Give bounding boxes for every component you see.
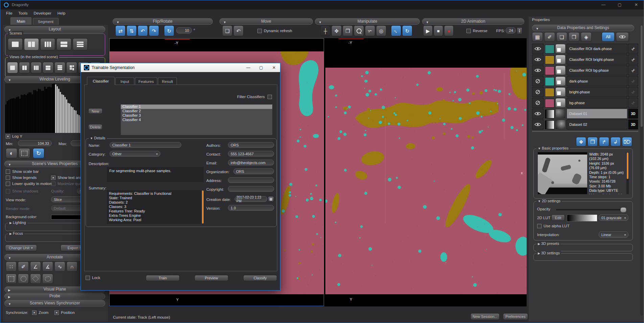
version-input[interactable]: 1.0 (228, 205, 274, 211)
move-slice-button[interactable]: ❏ (222, 25, 232, 36)
organization-input[interactable]: ORS (233, 168, 274, 174)
dialog-tab-classifier[interactable]: Classifier (87, 77, 115, 85)
render-3d-action[interactable]: 3D (628, 119, 638, 130)
lock-checkbox[interactable] (86, 276, 90, 280)
region-leveling-button[interactable] (19, 148, 30, 158)
edit-lut-button[interactable]: Edit (551, 214, 565, 221)
new-classifier-button[interactable]: New (88, 108, 102, 114)
address-input[interactable] (228, 177, 274, 183)
annotate-spline-button[interactable]: ∩ (67, 261, 77, 272)
email-input[interactable]: info@theobjects.com (228, 160, 274, 165)
segmented-image-right[interactable] (325, 68, 527, 294)
visibility-toggle[interactable] (532, 44, 544, 54)
tab-main[interactable]: Main (10, 17, 31, 25)
reset-leveling-button[interactable]: ↻ (33, 148, 44, 158)
new-mesh-button[interactable]: ◈ (581, 32, 592, 42)
show-text-annotations-checkbox[interactable]: ✕ (51, 176, 55, 180)
row-name-cell[interactable]: dark-phase (567, 76, 627, 86)
dialog-close-button[interactable]: ✕ (268, 63, 280, 72)
color-swatch[interactable] (545, 55, 554, 64)
min-input[interactable]: 104.33 (18, 140, 52, 146)
settings-3d-label[interactable]: ▶ 3D settings (536, 251, 561, 255)
auto-contrast-button[interactable]: ◐ (6, 148, 17, 158)
reverse-checkbox[interactable] (466, 29, 471, 33)
show-shadows-checkbox[interactable] (6, 189, 10, 193)
dialog-tab-result[interactable]: Result (158, 77, 177, 85)
render-3d-button[interactable]: ❖ (576, 137, 586, 146)
visibility-all-button[interactable] (616, 32, 629, 42)
visibility-toggle[interactable] (532, 76, 544, 86)
view-layout-three-row-button[interactable] (54, 62, 65, 73)
change-unit-button[interactable]: Change Unit ▼ (5, 245, 37, 251)
color-swatch[interactable] (545, 99, 554, 108)
annotate-ellipse-button[interactable] (18, 274, 29, 284)
contact-input[interactable]: 555 123-4567 (228, 151, 274, 157)
tab-segment[interactable]: Segment (33, 18, 59, 25)
fps-stepper[interactable]: ▲▼ (517, 27, 522, 34)
category-dropdown[interactable]: Other▾ (110, 151, 160, 157)
flip-rotate-header[interactable]: ▼Flip/Rotate (113, 18, 213, 25)
row-name-cell[interactable]: bright-phase (567, 87, 627, 97)
show-legends-checkbox[interactable] (6, 176, 10, 180)
settings-2d-label[interactable]: ▼ 2D settings (536, 199, 562, 203)
row-name-cell[interactable]: Dataset 01 (567, 109, 627, 119)
row-name-cell[interactable]: bg-phase (567, 98, 627, 108)
panel-scrollbar[interactable] (640, 25, 643, 316)
scissors-action[interactable]: ✂ (628, 87, 638, 97)
view-layout-single-button[interactable] (7, 62, 18, 73)
show-scale-bar-checkbox[interactable] (6, 169, 10, 174)
color-swatch[interactable] (545, 45, 554, 53)
preview-button[interactable]: Preview (194, 275, 228, 281)
menu-developer[interactable]: Developer (30, 11, 54, 15)
measure-tool-button[interactable]: ✐ (544, 32, 555, 42)
view-layout-two-row-button[interactable] (43, 62, 53, 73)
classify-button[interactable]: Classify (243, 275, 277, 281)
annotate-freeform-button[interactable] (42, 274, 53, 284)
scissors-action[interactable]: ✂ (628, 65, 638, 75)
focus-label[interactable]: ▶ Focus (8, 231, 24, 235)
lighting-label[interactable]: ▶ Lighting (8, 221, 27, 225)
view-layout-quad-button[interactable] (66, 62, 77, 73)
classifier-list-item[interactable]: Classifier 4 (121, 118, 272, 122)
visibility-toggle[interactable] (532, 54, 544, 65)
train-button[interactable]: Train (146, 275, 180, 281)
rotate-by-angle-button[interactable]: ↻ (164, 25, 174, 36)
classifier-list[interactable]: Classifier 1 Classifier 2 Classifier 3 C… (121, 105, 272, 135)
new-roi-button[interactable]: ❑ (556, 32, 567, 42)
scrollbar-thumb[interactable] (641, 25, 643, 127)
stop-button[interactable]: ■ (434, 25, 443, 36)
translate-tool-button[interactable]: ✥ (331, 25, 342, 36)
visibility-toggle[interactable] (532, 65, 544, 75)
summary-scrollbar[interactable] (202, 190, 204, 224)
dialog-maximize-button[interactable]: ▢ (255, 63, 267, 72)
menu-help[interactable]: Help (54, 11, 69, 15)
scene-layout-three-horizontal-button[interactable] (73, 38, 88, 50)
center-target-button[interactable]: ◎ (376, 25, 386, 36)
export-button[interactable]: ↱ (599, 137, 609, 146)
annotate-angle-button[interactable]: ∠ (30, 261, 41, 272)
duplicate-button[interactable]: ❐ (588, 137, 598, 146)
name-input[interactable]: Classifier 1 (110, 142, 181, 148)
lut-swatch[interactable] (545, 120, 554, 129)
use-alpha-lut-checkbox[interactable] (537, 224, 542, 228)
view-layout-two-col-button[interactable] (19, 62, 30, 73)
scene-layout-three-vertical-button[interactable] (40, 38, 55, 50)
row-name-cell[interactable]: Dataset 02 (567, 119, 627, 130)
delete-classifier-button[interactable]: Delete (88, 124, 102, 130)
scene-view-right[interactable]: -Y Y x (325, 38, 527, 306)
annotate-path-button[interactable]: ∿ (54, 261, 65, 272)
interpolation-dropdown[interactable]: Linear▾ (599, 231, 628, 238)
fps-input[interactable]: 24 (506, 27, 516, 33)
flip-vertical-button[interactable]: ⇅ (127, 25, 137, 36)
scissors-action[interactable]: ✂ (628, 54, 638, 65)
lut-swatch[interactable] (545, 110, 554, 118)
rotate-left-button[interactable]: ↶ (138, 25, 148, 36)
calendar-button[interactable]: ▦ (268, 196, 274, 202)
angle-input[interactable]: 10 (176, 27, 192, 33)
copyright-input[interactable] (228, 186, 274, 192)
zoom-tool-button[interactable] (354, 25, 364, 36)
minimize-button[interactable]: — (596, 0, 611, 9)
color-swatch[interactable] (545, 88, 554, 97)
classifier-list-item[interactable]: Classifier 1 (121, 105, 272, 109)
visibility-toggle[interactable] (532, 109, 544, 119)
